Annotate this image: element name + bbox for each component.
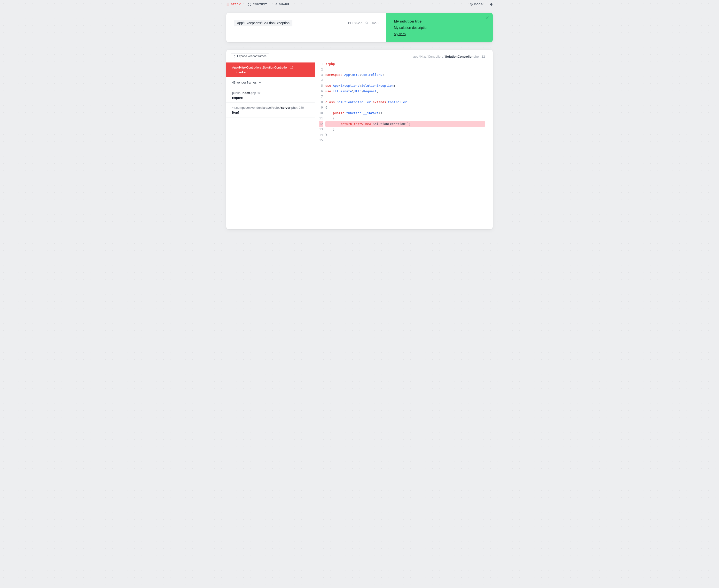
code-line: namespace App\Http\Controllers; [325, 72, 485, 78]
line-number: 6 [319, 89, 323, 94]
frame-path-seg: valet [273, 106, 280, 109]
stack-icon [226, 3, 229, 6]
code-line: } [325, 127, 485, 132]
path-line: : 12 [480, 55, 485, 58]
frame-path-seg: App [232, 66, 238, 69]
close-icon [486, 17, 489, 19]
nav-docs-label: DOCS [474, 3, 483, 6]
nav-stack-label: STACK [231, 3, 241, 6]
frame-item[interactable]: public/index.php: 51 require [226, 88, 315, 103]
expand-vendor-button[interactable]: Expand vendor frames [231, 53, 269, 59]
path-seg: Controllers [428, 55, 443, 58]
frame-path-ext: .php [250, 91, 256, 95]
top-nav: STACK CONTEXT SHARE DOCS [214, 0, 505, 13]
code-line: use Illuminate\Http\Request; [325, 89, 485, 94]
code-lines: <?php​namespace App\Http\Controllers;​us… [325, 61, 493, 143]
share-icon [274, 3, 278, 6]
gear-icon[interactable] [489, 2, 493, 6]
code-body: 123456789101112131415 <?php​namespace Ap… [315, 61, 493, 143]
nav-context[interactable]: CONTEXT [248, 3, 267, 6]
solution-close-button[interactable] [486, 16, 489, 20]
frame-line: : 51 [257, 91, 262, 95]
nav-right: DOCS [470, 2, 493, 6]
unfold-icon [233, 55, 236, 58]
code-line: ​ [325, 94, 485, 100]
frame-path-seg: server [281, 106, 290, 109]
path-seg: app [413, 55, 418, 58]
php-version: PHP 8.2.5 [348, 21, 363, 25]
line-number: 15 [319, 138, 323, 143]
exception-class: SolutionException [262, 21, 289, 25]
frame-path-seg: Http [239, 66, 245, 69]
frames-collapsed-label: 43 vendor frames [232, 81, 256, 84]
line-number: 3 [319, 72, 323, 78]
code-file-path: app/Http/Controllers/SolutionController.… [315, 50, 493, 61]
solution-description: My solution description [394, 26, 485, 29]
chevron-down-icon [259, 81, 261, 84]
frame-path-seg: vendor [251, 106, 261, 109]
solution-title: My solution title [394, 19, 485, 23]
code-line: { [325, 105, 485, 110]
frame-method: __invoke [232, 70, 309, 74]
ns-separator: \ [261, 21, 262, 25]
code-line: return throw new SolutionException(); [325, 121, 485, 127]
code-panel: app/Http/Controllers/SolutionController.… [315, 50, 493, 229]
code-line: ​ [325, 67, 485, 72]
expand-row: Expand vendor frames [226, 50, 315, 62]
frame-path: ~/.composer/vendor/laravel/valet/server.… [232, 106, 309, 110]
line-number: 2 [319, 67, 323, 72]
frame-path-seg: SolutionController [263, 66, 288, 69]
context-icon [248, 3, 251, 6]
line-number: 13 [319, 127, 323, 132]
nav-stack[interactable]: STACK [226, 3, 241, 6]
line-number: 11 [319, 116, 323, 121]
frames-panel: Expand vendor frames App\Http\Controller… [226, 50, 315, 229]
frame-item[interactable]: ~/.composer/vendor/laravel/valet/server.… [226, 103, 315, 118]
line-number: 1 [319, 61, 323, 67]
ns-separator: \ [243, 21, 244, 25]
code-line: public function __invoke() [325, 110, 485, 116]
exception-ns1: App [237, 21, 243, 25]
nav-share[interactable]: SHARE [274, 3, 289, 6]
path-ext: .php [473, 55, 479, 58]
stack-trace-card: Expand vendor frames App\Http\Controller… [226, 50, 493, 229]
exception-name: App\Exceptions\SolutionException [234, 20, 292, 26]
exception-summary: App\Exceptions\SolutionException PHP 8.2… [226, 13, 386, 42]
line-number: 4 [319, 78, 323, 83]
line-number: 12 [319, 121, 323, 127]
exception-ns2: Exceptions [244, 21, 261, 25]
code-line: { [325, 116, 485, 121]
line-number: 8 [319, 100, 323, 105]
frame-active[interactable]: App\Http\Controllers\SolutionController:… [226, 62, 315, 77]
nav-docs[interactable]: DOCS [470, 3, 483, 6]
solution-link[interactable]: My docs [394, 32, 406, 36]
nav-share-label: SHARE [279, 3, 289, 6]
line-number: 5 [319, 83, 323, 89]
code-line: class SolutionController extends Control… [325, 100, 485, 105]
code-line: ​ [325, 78, 485, 83]
nav-left: STACK CONTEXT SHARE [226, 3, 289, 6]
code-line: ​ [325, 138, 485, 143]
frame-path-seg: laravel [262, 106, 271, 109]
nav-context-label: CONTEXT [253, 3, 267, 6]
frame-method: [top] [232, 111, 309, 114]
code-line: <?php [325, 61, 485, 67]
line-gutter: 123456789101112131415 [315, 61, 325, 143]
frame-path: App\Http\Controllers\SolutionController:… [232, 65, 309, 70]
versions: PHP 8.2.5 9.52.8 [348, 20, 378, 25]
docs-icon [470, 3, 473, 6]
frame-path-ext: .php [290, 106, 296, 109]
solution-panel: My solution title My solution descriptio… [386, 13, 493, 42]
code-line: } [325, 132, 485, 138]
frame-path-seg: Controllers [246, 66, 261, 69]
frame-path-seg: .composer [235, 106, 250, 109]
frames-collapsed[interactable]: 43 vendor frames [226, 77, 315, 88]
frame-path-seg: ~ [232, 106, 234, 109]
laravel-icon [365, 21, 368, 24]
line-number: 14 [319, 132, 323, 138]
frame-method: require [232, 96, 309, 100]
line-number: 7 [319, 94, 323, 100]
code-line: use App\Exceptions\SolutionException; [325, 83, 485, 89]
frame-path-seg: public [232, 91, 240, 95]
laravel-version-text: 9.52.8 [370, 21, 378, 25]
